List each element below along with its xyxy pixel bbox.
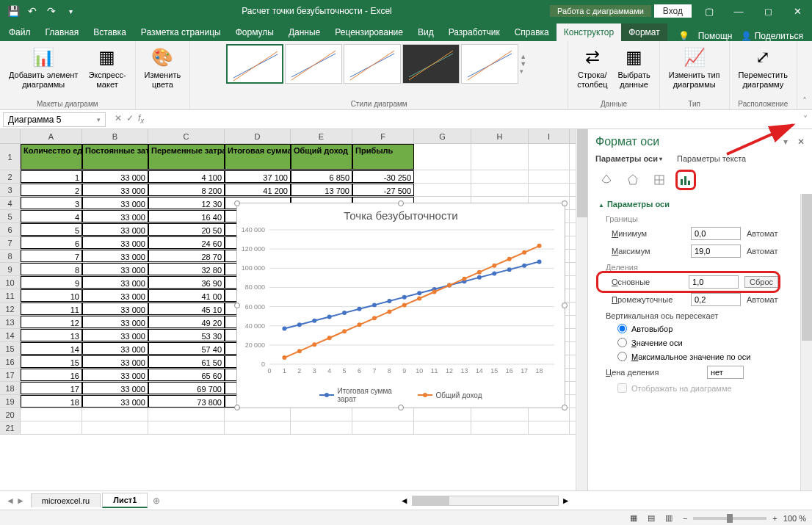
change-colors-icon: 🎨 bbox=[151, 46, 174, 69]
col-header[interactable]: G bbox=[414, 129, 471, 143]
cross-auto-radio[interactable] bbox=[617, 324, 627, 333]
tab-help[interactable]: Справка bbox=[507, 23, 557, 41]
chart-plot-area[interactable]: 020 00040 00060 00080 000100 000120 0001… bbox=[269, 230, 554, 364]
zoom-out-icon[interactable]: − bbox=[683, 514, 687, 523]
col-header[interactable]: B bbox=[82, 129, 148, 143]
tell-me-icon[interactable]: 💡 bbox=[678, 31, 689, 41]
gallery-down-icon[interactable]: ▼ bbox=[520, 60, 532, 68]
svg-point-51 bbox=[358, 307, 362, 311]
login-button[interactable]: Вход bbox=[654, 4, 692, 18]
change-colors-button[interactable]: 🎨 Изменить цвета bbox=[142, 44, 184, 91]
cross-max-radio[interactable] bbox=[617, 352, 627, 361]
tab-insert[interactable]: Вставка bbox=[86, 23, 134, 41]
display-units-input[interactable] bbox=[707, 366, 744, 379]
tab-review[interactable]: Рецензирование bbox=[327, 23, 410, 41]
sheet-nav-prev-icon[interactable]: ◄ bbox=[6, 496, 15, 506]
maximize-icon[interactable]: ◻ bbox=[753, 0, 783, 22]
chart-style-5[interactable] bbox=[461, 44, 518, 84]
tab-formulas[interactable]: Формулы bbox=[228, 23, 281, 41]
switch-row-col-button[interactable]: ⇄ Строка/ столбец bbox=[574, 44, 610, 91]
redo-icon[interactable]: ↷ bbox=[43, 2, 60, 20]
tab-file[interactable]: Файл bbox=[1, 23, 38, 41]
quick-layout-button[interactable]: ▦ Экспресс- макет bbox=[85, 44, 128, 91]
pane-scrollbar[interactable] bbox=[800, 194, 812, 490]
chart-title[interactable]: Точка безубыточности bbox=[237, 203, 565, 225]
change-chart-type-button[interactable]: 📈 Изменить тип диаграммы bbox=[666, 44, 723, 91]
cancel-formula-icon[interactable]: ✕ bbox=[115, 113, 122, 125]
max-input[interactable] bbox=[691, 245, 741, 258]
tab-view[interactable]: Вид bbox=[410, 23, 441, 41]
sheet-nav-next-icon[interactable]: ► bbox=[16, 496, 25, 506]
normal-view-icon[interactable]: ▦ bbox=[626, 512, 642, 525]
qat-more-icon[interactable]: ▾ bbox=[62, 2, 79, 20]
axis-options-tab[interactable]: Параметры оси ▾ bbox=[595, 154, 662, 163]
chart-styles-gallery[interactable]: ▲ ▼ ▾ bbox=[226, 44, 532, 84]
share-button[interactable]: 👤 Поделиться bbox=[741, 31, 803, 41]
tab-developer[interactable]: Разработчик bbox=[441, 23, 507, 41]
pagebreak-view-icon[interactable]: ▥ bbox=[661, 512, 677, 525]
close-icon[interactable]: ✕ bbox=[783, 0, 812, 22]
tab-pagelayout[interactable]: Разметка страницы bbox=[134, 23, 228, 41]
name-box[interactable]: Диаграмма 5▾ bbox=[3, 112, 106, 127]
major-input[interactable] bbox=[689, 275, 739, 289]
chart-style-1[interactable] bbox=[226, 44, 283, 84]
gallery-more-icon[interactable]: ▾ bbox=[520, 68, 532, 75]
major-label: Основные bbox=[612, 278, 683, 286]
pane-close-icon[interactable]: ✕ bbox=[797, 137, 805, 147]
expand-formula-icon[interactable]: ˅ bbox=[799, 115, 812, 125]
svg-text:14: 14 bbox=[476, 367, 483, 374]
min-input[interactable] bbox=[691, 227, 741, 240]
zoom-in-icon[interactable]: + bbox=[772, 514, 777, 523]
tab-data[interactable]: Данные bbox=[281, 23, 327, 41]
help-label[interactable]: Помощн bbox=[698, 31, 733, 41]
tab-home[interactable]: Главная bbox=[38, 23, 87, 41]
formula-input[interactable] bbox=[150, 118, 799, 121]
enter-formula-icon[interactable]: ✓ bbox=[126, 113, 134, 125]
chart-style-2[interactable] bbox=[285, 44, 342, 84]
major-reset-button[interactable]: Сброс bbox=[744, 276, 778, 288]
col-header[interactable]: F bbox=[352, 129, 414, 143]
sheet-tab[interactable]: microexcel.ru bbox=[31, 493, 101, 507]
chart-legend[interactable]: Итоговая сумма зарат Общий доход bbox=[237, 387, 565, 403]
zoom-level[interactable]: 100 % bbox=[783, 514, 806, 523]
move-chart-button[interactable]: ⤢ Переместить диаграмму bbox=[736, 44, 791, 91]
zoom-slider[interactable] bbox=[693, 517, 766, 520]
pagelayout-view-icon[interactable]: ▤ bbox=[643, 512, 659, 525]
select-data-button[interactable]: ▦ Выбрать данные bbox=[615, 44, 653, 91]
ribbon-display-icon[interactable]: ▢ bbox=[695, 0, 724, 22]
col-header[interactable]: C bbox=[148, 129, 225, 143]
undo-icon[interactable]: ↶ bbox=[23, 2, 41, 20]
col-header[interactable]: H bbox=[471, 129, 529, 143]
select-all[interactable] bbox=[0, 129, 21, 143]
tab-format[interactable]: Формат bbox=[621, 23, 667, 41]
fx-icon[interactable]: fx bbox=[138, 113, 144, 125]
effects-icon[interactable] bbox=[625, 172, 641, 188]
cross-value-radio[interactable] bbox=[617, 338, 627, 347]
horizontal-scrollbar[interactable]: ◄► bbox=[164, 496, 806, 506]
axis-options-icon[interactable] bbox=[678, 172, 694, 188]
fill-line-icon[interactable] bbox=[598, 172, 615, 188]
tab-design[interactable]: Конструктор bbox=[557, 23, 621, 41]
add-chart-element-button[interactable]: 📊 Добавить элемент диаграммы bbox=[6, 44, 81, 91]
minimize-icon[interactable]: — bbox=[724, 0, 753, 22]
minor-input[interactable] bbox=[691, 293, 741, 306]
vertical-scrollbar[interactable] bbox=[576, 129, 587, 490]
size-props-icon[interactable] bbox=[651, 172, 667, 188]
col-header[interactable]: I bbox=[529, 129, 570, 143]
save-icon[interactable]: 💾 bbox=[4, 2, 22, 20]
col-header[interactable]: A bbox=[21, 129, 82, 143]
pane-options-icon[interactable]: ▾ bbox=[783, 137, 788, 147]
gallery-up-icon[interactable]: ▲ bbox=[520, 53, 532, 60]
col-header[interactable]: E bbox=[291, 129, 352, 143]
chart-style-3[interactable] bbox=[344, 44, 401, 84]
chart-object[interactable]: Точка безубыточности 020 00040 00060 000… bbox=[236, 203, 565, 408]
svg-text:6: 6 bbox=[358, 367, 361, 374]
add-sheet-icon[interactable]: ⊕ bbox=[149, 496, 164, 506]
col-header[interactable]: D bbox=[225, 129, 291, 143]
text-options-tab[interactable]: Параметры текста bbox=[677, 154, 746, 163]
chart-style-4[interactable] bbox=[402, 44, 460, 84]
sheet-tab[interactable]: Лист1 bbox=[102, 493, 148, 508]
axis-params-section[interactable]: Параметры оси bbox=[598, 197, 800, 211]
collapse-ribbon-icon[interactable]: ˄ bbox=[802, 96, 807, 106]
worksheet-grid[interactable]: A B C D E F G H I 1Количество ед. товара… bbox=[0, 129, 576, 490]
